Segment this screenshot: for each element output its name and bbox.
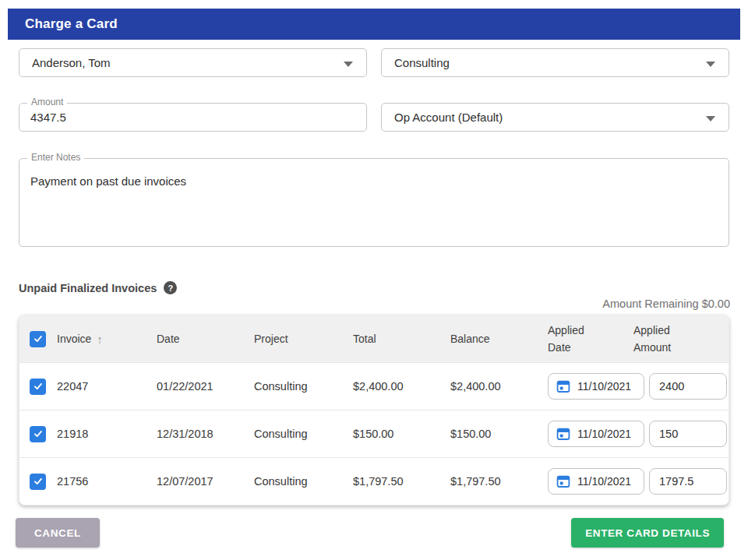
applied-date-input[interactable]: 11/10/2021	[548, 468, 644, 495]
invoice-total: $150.00	[353, 428, 450, 440]
invoice-project: Consulting	[254, 428, 353, 440]
sort-ascending-icon: ↑	[97, 333, 103, 346]
chevron-down-icon	[344, 62, 353, 67]
invoice-date: 12/31/2018	[157, 428, 254, 440]
table-body: 22047 01/22/2021 Consulting $2,400.00 $2…	[19, 362, 729, 505]
column-header-project[interactable]: Project	[254, 333, 353, 345]
amount-remaining: Amount Remaining $0.00	[0, 298, 730, 310]
table-header-row: Invoice ↑ Date Project Total Balance App…	[19, 315, 729, 362]
chevron-down-icon	[706, 116, 715, 122]
amount-input[interactable]	[19, 104, 366, 131]
invoice-project: Consulting	[254, 380, 353, 393]
check-icon	[33, 333, 44, 344]
applied-amount-input[interactable]	[649, 468, 727, 495]
applied-date-input[interactable]: 11/10/2021	[548, 421, 644, 447]
applied-amount-input[interactable]	[649, 373, 727, 400]
account-select[interactable]: Op Account (Default)	[381, 103, 729, 132]
invoice-date: 12/07/2017	[157, 475, 254, 488]
invoice-project: Consulting	[254, 475, 353, 488]
project-select-value: Consulting	[394, 56, 450, 69]
cancel-button[interactable]: CANCEL	[16, 518, 100, 548]
dialog-title-bar: Charge a Card	[8, 9, 740, 40]
calendar-icon[interactable]	[556, 474, 570, 488]
applied-date-input[interactable]: 11/10/2021	[548, 373, 644, 400]
applied-date-value: 11/10/2021	[577, 428, 631, 440]
invoice-number: 21756	[57, 475, 157, 488]
row-checkbox[interactable]	[30, 379, 46, 395]
invoice-balance: $2,400.00	[450, 380, 548, 393]
column-header-balance[interactable]: Balance	[450, 333, 548, 345]
invoices-table: Invoice ↑ Date Project Total Balance App…	[19, 315, 729, 505]
invoice-date: 01/22/2021	[157, 380, 254, 393]
charge-card-dialog: Charge a Card Anderson, Tom Consulting A…	[0, 9, 748, 548]
applied-amount-input[interactable]	[649, 421, 727, 447]
calendar-icon[interactable]	[556, 427, 570, 441]
invoice-row: 21756 12/07/2017 Consulting $1,797.50 $1…	[19, 457, 729, 505]
enter-card-details-button[interactable]: ENTER CARD DETAILS	[571, 518, 724, 548]
invoice-number: 21918	[57, 428, 157, 440]
customer-select-value: Anderson, Tom	[32, 56, 111, 69]
applied-date-value: 11/10/2021	[577, 380, 631, 393]
column-header-applied-date: Applied Date	[548, 322, 591, 356]
project-select[interactable]: Consulting	[381, 48, 729, 77]
check-icon	[33, 476, 44, 487]
amount-field: Amount	[19, 103, 367, 132]
invoice-number: 22047	[57, 380, 157, 393]
applied-date-value: 11/10/2021	[577, 475, 631, 488]
row-checkbox[interactable]	[30, 426, 46, 442]
column-header-total[interactable]: Total	[353, 333, 450, 345]
column-header-date[interactable]: Date	[157, 333, 254, 345]
invoice-balance: $150.00	[450, 428, 548, 440]
help-icon[interactable]: ?	[164, 281, 177, 294]
invoice-row: 21918 12/31/2018 Consulting $150.00 $150…	[19, 410, 729, 457]
notes-field-label: Enter Notes	[27, 152, 84, 163]
select-all-checkbox[interactable]	[30, 331, 46, 347]
invoice-total: $2,400.00	[353, 380, 450, 393]
column-header-invoice[interactable]: Invoice ↑	[57, 333, 157, 346]
amount-field-label: Amount	[27, 97, 67, 107]
calendar-icon[interactable]	[556, 379, 570, 393]
column-header-applied-amount: Applied Amount	[633, 322, 682, 356]
row-checkbox[interactable]	[30, 474, 46, 490]
chevron-down-icon	[706, 62, 715, 67]
dialog-title: Charge a Card	[25, 16, 118, 31]
notes-field: Enter Notes Payment on past due invoices	[19, 158, 729, 247]
customer-select[interactable]: Anderson, Tom	[19, 48, 367, 77]
invoice-balance: $1,797.50	[450, 475, 548, 488]
account-select-value: Op Account (Default)	[394, 111, 503, 124]
invoice-total: $1,797.50	[353, 475, 450, 488]
notes-input[interactable]: Payment on past due invoices	[19, 159, 729, 245]
invoice-row: 22047 01/22/2021 Consulting $2,400.00 $2…	[19, 362, 729, 410]
check-icon	[33, 381, 44, 392]
section-title: Unpaid Finalized Invoices	[19, 282, 157, 294]
check-icon	[33, 428, 44, 439]
